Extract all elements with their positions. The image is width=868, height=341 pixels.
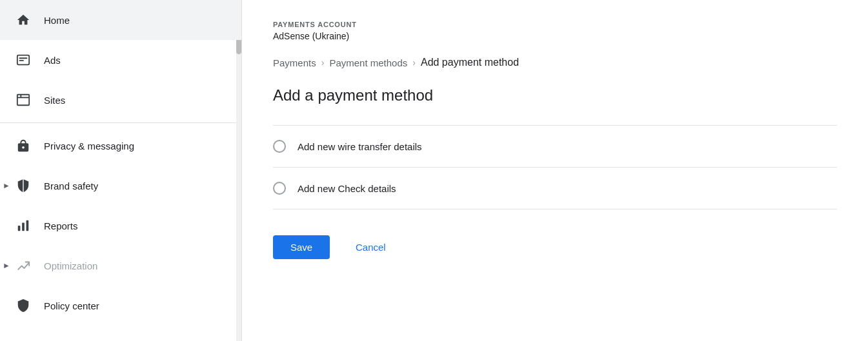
main-content: PAYMENTS ACCOUNT AdSense (Ukraine) Payme… xyxy=(242,0,868,341)
option-wire-transfer-label: Add new wire transfer details xyxy=(298,141,422,152)
payment-option-wire-transfer[interactable]: Add new wire transfer details xyxy=(273,126,837,168)
svg-rect-8 xyxy=(22,222,25,231)
chevron-icon: ► xyxy=(3,181,10,190)
sidebar-item-label: Optimization xyxy=(44,260,97,271)
payments-account-value: AdSense (Ukraine) xyxy=(273,31,837,41)
sites-icon xyxy=(15,92,31,108)
breadcrumb-payment-methods[interactable]: Payment methods xyxy=(329,57,407,68)
svg-rect-7 xyxy=(18,226,21,231)
sidebar-item-home[interactable]: Home xyxy=(0,0,241,40)
breadcrumb-separator-2: › xyxy=(412,57,416,68)
privacy-icon xyxy=(15,138,31,153)
payments-account-section: PAYMENTS ACCOUNT AdSense (Ukraine) xyxy=(273,21,837,41)
brand-safety-icon xyxy=(15,178,31,193)
sidebar: Home Ads Sites Priv xyxy=(0,0,242,341)
reports-icon xyxy=(15,218,31,233)
save-button[interactable]: Save xyxy=(273,235,330,259)
optimization-icon xyxy=(15,258,31,273)
sidebar-item-privacy-messaging[interactable]: Privacy & messaging xyxy=(0,126,241,166)
actions: Save Cancel xyxy=(273,235,837,259)
policy-icon xyxy=(15,298,31,313)
sidebar-item-label: Home xyxy=(44,15,70,26)
sidebar-item-label: Reports xyxy=(44,220,78,231)
sidebar-item-label: Policy center xyxy=(44,300,99,311)
sidebar-item-label: Sites xyxy=(44,95,65,106)
sidebar-divider xyxy=(0,122,241,123)
cancel-button[interactable]: Cancel xyxy=(340,235,401,259)
payment-options: Add new wire transfer details Add new Ch… xyxy=(273,125,837,209)
sidebar-item-optimization: ► Optimization xyxy=(0,246,241,286)
payments-account-label: PAYMENTS ACCOUNT xyxy=(273,21,837,28)
sidebar-item-brand-safety[interactable]: ► Brand safety xyxy=(0,166,241,206)
svg-rect-2 xyxy=(19,60,24,61)
sidebar-item-label: Brand safety xyxy=(44,180,98,191)
svg-rect-3 xyxy=(17,95,29,106)
sidebar-item-reports[interactable]: Reports xyxy=(0,206,241,246)
sidebar-item-label: Ads xyxy=(44,55,61,66)
payment-option-check[interactable]: Add new Check details xyxy=(273,168,837,209)
home-icon xyxy=(15,12,31,28)
breadcrumb-payments[interactable]: Payments xyxy=(273,57,316,68)
sidebar-item-sites[interactable]: Sites xyxy=(0,80,241,120)
breadcrumb: Payments › Payment methods › Add payment… xyxy=(273,57,837,68)
option-check-label: Add new Check details xyxy=(298,183,396,194)
sidebar-item-policy-center[interactable]: Policy center xyxy=(0,286,241,326)
ads-icon xyxy=(15,52,31,68)
svg-rect-9 xyxy=(26,220,29,231)
chevron-icon: ► xyxy=(3,261,10,270)
sidebar-item-label: Privacy & messaging xyxy=(44,141,134,151)
svg-rect-1 xyxy=(19,57,28,59)
breadcrumb-current: Add payment method xyxy=(421,57,519,68)
breadcrumb-separator-1: › xyxy=(321,57,325,68)
page-title: Add a payment method xyxy=(273,86,837,104)
radio-check[interactable] xyxy=(273,182,286,195)
radio-wire-transfer[interactable] xyxy=(273,140,286,153)
sidebar-item-ads[interactable]: Ads xyxy=(0,40,241,80)
